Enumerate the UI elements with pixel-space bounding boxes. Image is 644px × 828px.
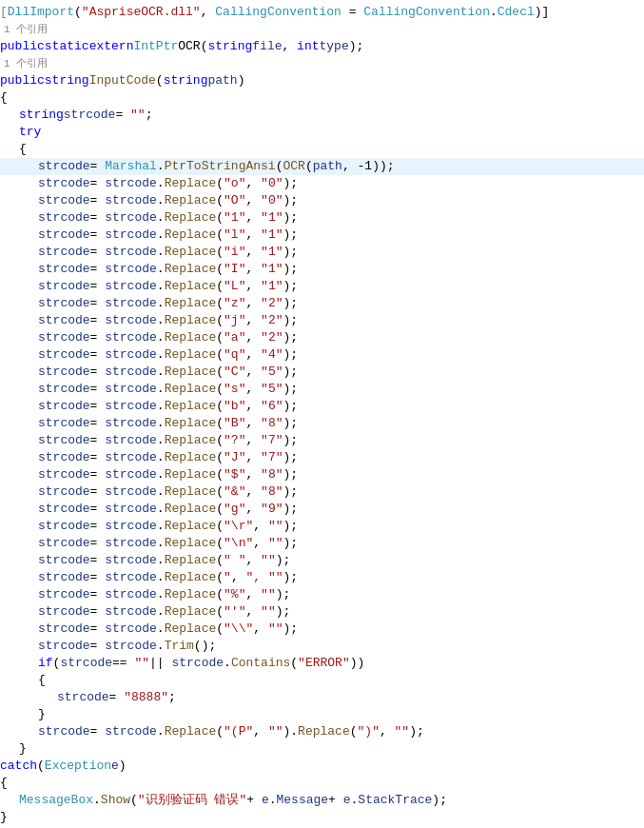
code-line: strcode = strcode.Replace("z", "2");	[0, 295, 644, 312]
code-line: strcode = strcode.Trim();	[0, 638, 644, 655]
code-line: if (strcode == "" || strcode.Contains("E…	[0, 655, 644, 672]
code-line: [DllImport("AspriseOCR.dll", CallingConv…	[0, 4, 644, 21]
code-line: strcode = strcode.Replace("J", "7");	[0, 449, 644, 466]
code-line: {	[0, 775, 644, 792]
code-line: strcode = strcode.Replace("a", "2");	[0, 329, 644, 346]
code-line: }	[0, 809, 644, 826]
code-line: strcode = strcode.Replace("\r", "");	[0, 518, 644, 535]
code-line: {	[0, 672, 644, 689]
code-line: strcode = strcode.Replace("(P", "").Repl…	[0, 723, 644, 740]
code-line: strcode = strcode.Replace("I", "1");	[0, 261, 644, 278]
code-line: strcode = strcode.Replace("o", "0");	[0, 175, 644, 192]
code-line: strcode = strcode.Replace("%", "");	[0, 586, 644, 603]
code-line: strcode = strcode.Replace("O", "0");	[0, 192, 644, 209]
code-line: strcode = Marshal.PtrToStringAnsi(OCR(pa…	[0, 158, 644, 175]
code-line: public string InputCode(string path)	[0, 72, 644, 89]
code-line: {	[0, 141, 644, 158]
code-line: strcode = strcode.Replace("\\", "");	[0, 621, 644, 638]
code-line: }	[0, 706, 644, 723]
code-line: strcode = strcode.Replace("s", "5");	[0, 381, 644, 398]
code-line: strcode = strcode.Replace(", ", "");	[0, 569, 644, 586]
code-line: strcode = strcode.Replace("L", "1");	[0, 278, 644, 295]
code-line: try	[0, 124, 644, 141]
code-line: string strcode = "";	[0, 107, 644, 124]
code-line: strcode = strcode.Replace("q", "4");	[0, 346, 644, 364]
code-line: strcode = strcode.Replace("&", "8");	[0, 483, 644, 501]
code-line: {	[0, 89, 644, 107]
code-line: strcode = strcode.Replace("B", "8");	[0, 415, 644, 432]
code-line: strcode = strcode.Replace("j", "2");	[0, 312, 644, 329]
code-line: strcode = strcode.Replace("b", "6");	[0, 398, 644, 415]
code-line: MessageBox.Show("识别验证码 错误" + e.Message +…	[0, 792, 644, 809]
code-line: strcode = strcode.Replace("\n", "");	[0, 535, 644, 552]
code-container: [DllImport("AspriseOCR.dll", CallingConv…	[0, 0, 644, 828]
code-line: strcode = strcode.Replace("i", "1");	[0, 244, 644, 261]
code-line: strcode = strcode.Replace("1", "1");	[0, 209, 644, 227]
code-line: }	[0, 740, 644, 758]
code-line: catch (Exception e)	[0, 758, 644, 775]
code-line: strcode = strcode.Replace("g", "9");	[0, 501, 644, 518]
code-line: strcode = strcode.Replace(" ", "");	[0, 552, 644, 569]
code-line: 1 个引用	[0, 55, 644, 72]
code-line: 1 个引用	[0, 21, 644, 38]
code-line: strcode = strcode.Replace("'", "");	[0, 603, 644, 621]
code-line: strcode = strcode.Replace("?", "7");	[0, 432, 644, 449]
code-line: strcode = strcode.Replace("C", "5");	[0, 364, 644, 381]
code-line: strcode = "8888";	[0, 689, 644, 706]
code-line: strcode = strcode.Replace("l", "1");	[0, 227, 644, 244]
code-line: strcode = strcode.Replace("$", "8");	[0, 466, 644, 483]
code-line: public static extern IntPtr OCR(string f…	[0, 38, 644, 55]
